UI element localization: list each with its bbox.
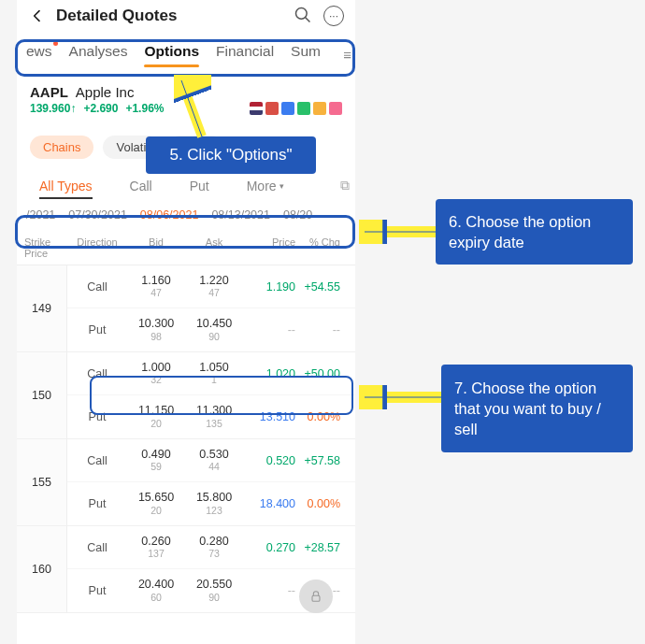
back-icon[interactable] (28, 8, 47, 23)
option-ask: 10.45090 (185, 318, 243, 342)
copy-icon[interactable]: ⧉ (340, 178, 350, 193)
arrow-step5 (174, 75, 211, 140)
top-bar: Detailed Quotes ··· (17, 0, 355, 32)
last-price: 139.960 (30, 102, 70, 115)
category-menu-icon[interactable]: ≡ (343, 47, 351, 63)
annotation-step6: 6. Choose the option expiry date (436, 199, 633, 265)
strike-price: 155 (17, 439, 67, 525)
social-badge-icon[interactable] (281, 102, 294, 115)
expiry-date[interactable]: /2021 (26, 208, 55, 222)
option-chg: +54.55 (295, 280, 346, 293)
annotation-step5: 5. Click "Options" (146, 136, 316, 174)
option-direction: Call (67, 280, 127, 293)
option-price: -- (243, 323, 295, 336)
arrow-step7 (359, 385, 445, 409)
option-row[interactable]: Put15.6502015.80012318.4000.00% (67, 482, 355, 525)
expiry-dates: /202107/30/202108/06/202108/13/202108/20 (17, 193, 355, 229)
option-bid: 1.16047 (127, 275, 185, 299)
more-icon[interactable]: ··· (323, 6, 344, 26)
option-row[interactable]: Call0.490590.530440.520+57.58 (67, 439, 355, 482)
symbol-ticker: AAPL (30, 84, 68, 100)
expiry-date[interactable]: 08/06/2021 (140, 208, 199, 222)
col-price: Price (243, 236, 295, 259)
option-bid: 15.65020 (127, 492, 185, 516)
price-pct: +1.96% (125, 102, 164, 115)
tab-options[interactable]: Options (144, 43, 199, 65)
page-title: Detailed Quotes (56, 7, 294, 25)
svg-rect-2 (312, 595, 320, 601)
type-tab-put[interactable]: Put (190, 179, 209, 193)
option-row[interactable]: Call1.160471.220471.190+54.55 (67, 265, 355, 308)
tab-analyses[interactable]: Analyses (69, 43, 128, 65)
tab-ews[interactable]: ews (26, 43, 52, 65)
option-price: -- (243, 584, 295, 597)
symbol-name: Apple Inc (76, 84, 135, 100)
social-badge-icon[interactable] (297, 102, 310, 115)
type-tab-all-types[interactable]: All Types (39, 179, 93, 193)
option-chain: 149Call1.160471.220471.190+54.55Put10.30… (17, 265, 355, 613)
option-ask: 15.800123 (185, 492, 243, 516)
type-tab-more[interactable]: More▾ (247, 179, 284, 193)
col-ask: Ask (185, 236, 243, 259)
option-ask: 0.28073 (185, 536, 243, 560)
chain-header: Strike Price Direction Bid Ask Price % C… (17, 229, 355, 265)
option-direction: Put (67, 323, 127, 336)
arrow-step6 (359, 220, 439, 244)
col-strike: Strike Price (17, 236, 67, 259)
chip-chains[interactable]: Chains (30, 136, 93, 159)
option-price: 0.520 (243, 454, 295, 467)
option-direction: Put (67, 497, 127, 510)
option-direction: Put (67, 584, 127, 597)
strike-group: 149Call1.160471.220471.190+54.55Put10.30… (17, 265, 355, 352)
option-ask: 0.53044 (185, 449, 243, 473)
up-arrow-icon: ↑ (70, 102, 76, 115)
option-price: 18.400 (243, 497, 295, 510)
col-bid: Bid (127, 236, 185, 259)
social-badge-icon[interactable] (329, 102, 342, 115)
social-badge-icon[interactable] (265, 102, 279, 115)
highlight-option-row (90, 376, 353, 415)
option-chg: +28.57 (295, 541, 346, 554)
option-row[interactable]: Call0.2601370.280730.270+28.57 (67, 526, 355, 569)
option-chg: 0.00% (295, 497, 346, 510)
option-ask: 20.55090 (185, 579, 243, 603)
tab-financial[interactable]: Financial (216, 43, 274, 65)
option-row[interactable]: Put10.3009810.45090---- (67, 308, 355, 351)
svg-line-1 (306, 17, 310, 21)
svg-line-4 (181, 80, 202, 136)
annotation-step7: 7. Choose the option that you want to bu… (441, 365, 633, 452)
search-icon[interactable] (294, 6, 312, 27)
col-chg: % Chg (295, 236, 346, 259)
option-price: 0.270 (243, 541, 295, 554)
flag-icon (250, 102, 263, 115)
expiry-date[interactable]: 07/30/2021 (68, 208, 127, 222)
option-price: 1.190 (243, 280, 295, 293)
option-chg: +57.58 (295, 454, 346, 467)
svg-point-0 (296, 7, 308, 19)
type-tab-call[interactable]: Call (130, 179, 152, 193)
category-tabs: ewsAnalysesOptionsFinancialSum≡ (17, 37, 355, 71)
price-change: +2.690 (83, 102, 118, 115)
expiry-date[interactable]: 08/13/2021 (211, 208, 270, 222)
strike-price: 149 (17, 265, 67, 351)
social-badge-icon[interactable] (313, 102, 326, 115)
strike-price: 160 (17, 526, 67, 612)
col-direction: Direction (67, 236, 127, 259)
lock-fab[interactable] (299, 580, 333, 613)
tab-sum[interactable]: Sum (291, 43, 321, 65)
strike-price: 150 (17, 352, 67, 438)
option-bid: 20.40060 (127, 579, 185, 603)
option-direction: Call (67, 541, 127, 554)
option-direction: Call (67, 454, 127, 467)
option-bid: 10.30098 (127, 318, 185, 342)
option-ask: 1.22047 (185, 275, 243, 299)
strike-group: 155Call0.490590.530440.520+57.58Put15.65… (17, 439, 355, 526)
option-bid: 0.49059 (127, 449, 185, 473)
expiry-date[interactable]: 08/20 (283, 208, 312, 222)
social-icons (250, 102, 342, 115)
option-bid: 0.260137 (127, 536, 185, 560)
option-chg: -- (295, 323, 346, 336)
